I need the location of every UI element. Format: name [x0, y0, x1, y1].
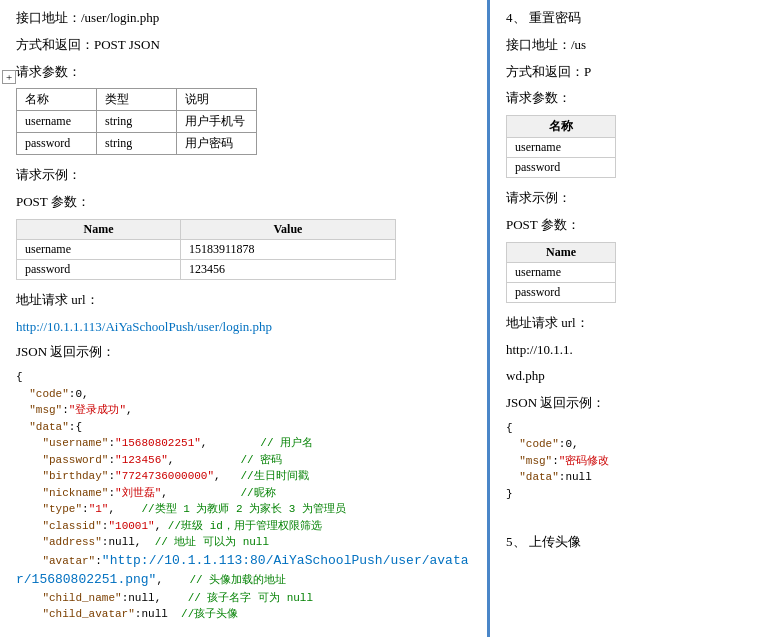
json-line: "data":{ — [16, 419, 471, 436]
post-params-table: Name Value username 15183911878 password… — [16, 219, 396, 280]
table-row: password — [507, 158, 616, 178]
json-line: "password":"123456", // 密码 — [16, 452, 471, 469]
post-label: POST 参数： — [16, 192, 471, 213]
right-params-label: 请求参数： — [506, 88, 760, 109]
col-header-type: 类型 — [97, 89, 177, 111]
right-url2: wd.php — [506, 366, 760, 387]
post-password-name: password — [17, 259, 181, 279]
interface-address: 接口地址：/user/login.php — [16, 8, 471, 29]
right-panel: 4、 重置密码 接口地址：/us 方式和返回：P 请求参数： 名称 userna… — [490, 0, 776, 637]
json-line: "msg":"密码修改 — [506, 453, 760, 470]
table-row: password 123456 — [17, 259, 396, 279]
table-row: username 15183911878 — [17, 239, 396, 259]
right-username: username — [507, 138, 616, 158]
json-line: "nickname":"刘世磊", //昵称 — [16, 485, 471, 502]
post-username-value: 15183911878 — [181, 239, 396, 259]
params-label: 请求参数： — [16, 62, 471, 83]
right-post-col-name: Name — [507, 242, 616, 262]
post-password-value: 123456 — [181, 259, 396, 279]
param-type-username: string — [97, 111, 177, 133]
right-json-block: { "code":0, "msg":"密码修改 "data":null } — [506, 420, 760, 503]
table-row: password — [507, 282, 616, 302]
expand-icon[interactable]: + — [2, 70, 16, 84]
col-header-name: 名称 — [17, 89, 97, 111]
json-line: { — [16, 369, 471, 386]
param-desc-password: 用户密码 — [177, 133, 257, 155]
right-post-label: POST 参数： — [506, 215, 760, 236]
right-params-table: 名称 username password — [506, 115, 616, 178]
json-line: "msg":"登录成功", — [16, 402, 471, 419]
post-col-value: Value — [181, 219, 396, 239]
param-type-password: string — [97, 133, 177, 155]
right-url: http://10.1.1. — [506, 340, 760, 361]
params-table: 名称 类型 说明 username string 用户手机号 password … — [16, 88, 257, 155]
page-container: + 接口地址：/user/login.php 方式和返回：POST JSON 请… — [0, 0, 776, 637]
json-line: } — [506, 486, 760, 503]
json-line: "username":"15680802251", // 用户名 — [16, 435, 471, 452]
section5-header: 5、 上传头像 — [506, 532, 760, 553]
right-method-return: 方式和返回：P — [506, 62, 760, 83]
address-label: 地址请求 url： — [16, 290, 471, 311]
table-row: password string 用户密码 — [17, 133, 257, 155]
right-example-label: 请求示例： — [506, 188, 760, 209]
json-line: "data":null — [506, 469, 760, 486]
url-link: http://10.1.1.113/AiYaSchoolPush/user/lo… — [16, 317, 471, 337]
json-line: "child_avatar":null //孩子头像 — [16, 606, 471, 623]
right-interface-address: 接口地址：/us — [506, 35, 760, 56]
right-password: password — [507, 158, 616, 178]
method-return: 方式和返回：POST JSON — [16, 35, 471, 56]
param-name-password: password — [17, 133, 97, 155]
json-line: "birthday":"7724736000000", //生日时间戳 — [16, 468, 471, 485]
json-line: "child_name":null, // 孩子名字 可为 null — [16, 590, 471, 607]
post-col-name: Name — [17, 219, 181, 239]
json-line: "address":null, // 地址 可以为 null — [16, 534, 471, 551]
table-row: username string 用户手机号 — [17, 111, 257, 133]
right-col-name: 名称 — [507, 116, 616, 138]
left-panel: + 接口地址：/user/login.php 方式和返回：POST JSON 请… — [0, 0, 490, 637]
post-username-name: username — [17, 239, 181, 259]
param-name-username: username — [17, 111, 97, 133]
section4-header: 4、 重置密码 — [506, 8, 760, 29]
right-post-table: Name username password — [506, 242, 616, 303]
right-post-username: username — [507, 262, 616, 282]
json-block: { "code":0, "msg":"登录成功", "data":{ "user… — [16, 369, 471, 623]
json-line: "code":0, — [506, 436, 760, 453]
json-label: JSON 返回示例： — [16, 342, 471, 363]
json-line: { — [506, 420, 760, 437]
json-line: "classid":"10001", //班级 id，用于管理权限筛选 — [16, 518, 471, 535]
right-post-password: password — [507, 282, 616, 302]
json-line: "type":"1", //类型 1 为教师 2 为家长 3 为管理员 — [16, 501, 471, 518]
col-header-desc: 说明 — [177, 89, 257, 111]
table-row: username — [507, 262, 616, 282]
table-row: username — [507, 138, 616, 158]
right-json-label: JSON 返回示例： — [506, 393, 760, 414]
json-line: "code":0, — [16, 386, 471, 403]
param-desc-username: 用户手机号 — [177, 111, 257, 133]
json-line: "avatar":"http://10.1.1.113:80/AiYaSchoo… — [16, 551, 471, 590]
example-label: 请求示例： — [16, 165, 471, 186]
right-address-label: 地址请求 url： — [506, 313, 760, 334]
